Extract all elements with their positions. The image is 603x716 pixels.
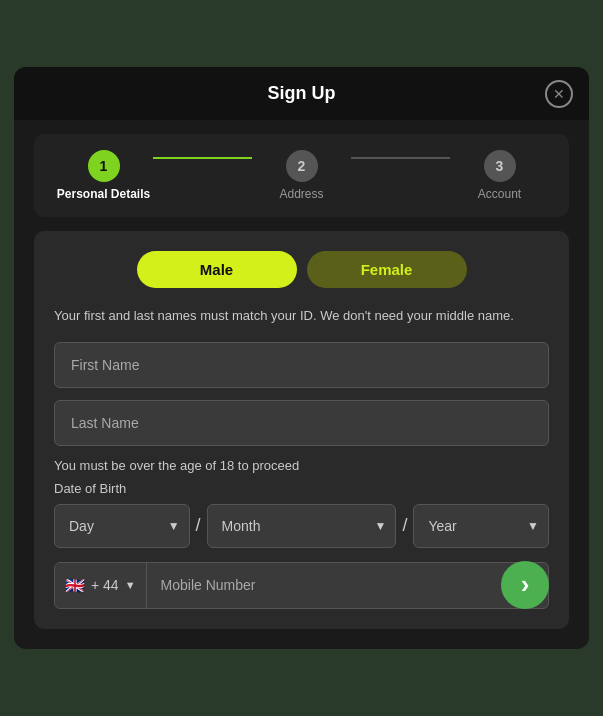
gender-selector: Male Female: [54, 251, 549, 288]
dob-slash-2: /: [400, 515, 409, 536]
phone-row: 🇬🇧 + 44 ▼: [54, 562, 549, 609]
day-select-wrap: Day ▼: [54, 504, 190, 548]
year-select[interactable]: Year: [413, 504, 549, 548]
mobile-number-input[interactable]: [147, 563, 548, 608]
dob-row: Day ▼ / Month ▼ / Year ▼: [54, 504, 549, 548]
uk-flag-icon: 🇬🇧: [65, 576, 85, 595]
male-button[interactable]: Male: [137, 251, 297, 288]
phone-country-selector[interactable]: 🇬🇧 + 44 ▼: [55, 563, 147, 608]
modal-title: Sign Up: [268, 83, 336, 104]
step-line-1-2: [153, 157, 252, 159]
step-1: 1 Personal Details: [54, 150, 153, 201]
close-button[interactable]: ✕: [545, 80, 573, 108]
step-3-circle: 3: [484, 150, 516, 182]
step-line-2-3: [351, 157, 450, 159]
first-name-input[interactable]: [54, 342, 549, 388]
steps-bar: 1 Personal Details 2 Address 3 Account: [34, 134, 569, 217]
step-2-circle: 2: [286, 150, 318, 182]
phone-dropdown-icon: ▼: [125, 579, 136, 591]
id-info-text: Your first and last names must match you…: [54, 306, 549, 326]
age-warning-text: You must be over the age of 18 to procee…: [54, 458, 549, 473]
step-3-label: Account: [478, 187, 521, 201]
female-button[interactable]: Female: [307, 251, 467, 288]
step-2: 2 Address: [252, 150, 351, 201]
step-1-label: Personal Details: [57, 187, 150, 201]
month-select[interactable]: Month: [207, 504, 397, 548]
step-1-circle: 1: [88, 150, 120, 182]
next-button[interactable]: ›: [501, 561, 549, 609]
year-select-wrap: Year ▼: [413, 504, 549, 548]
last-name-input[interactable]: [54, 400, 549, 446]
step-2-label: Address: [279, 187, 323, 201]
signup-modal: Sign Up ✕ 1 Personal Details 2 Address 3…: [14, 67, 589, 649]
modal-header: Sign Up ✕: [14, 67, 589, 120]
step-3: 3 Account: [450, 150, 549, 201]
dob-label: Date of Birth: [54, 481, 549, 496]
close-icon: ✕: [553, 86, 565, 102]
month-select-wrap: Month ▼: [207, 504, 397, 548]
dob-slash-1: /: [194, 515, 203, 536]
form-area: Male Female Your first and last names mu…: [34, 231, 569, 629]
phone-code: + 44: [91, 577, 119, 593]
next-icon: ›: [521, 569, 530, 600]
day-select[interactable]: Day: [54, 504, 190, 548]
